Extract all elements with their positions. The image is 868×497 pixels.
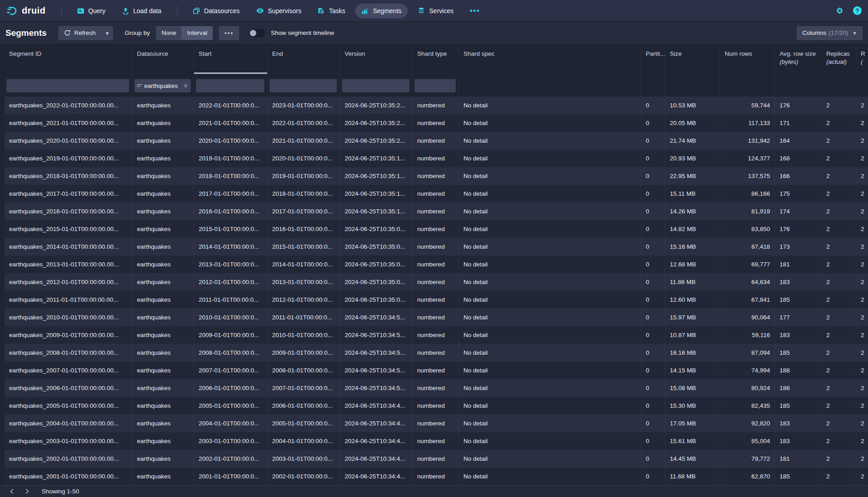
segment-row[interactable]: earthquakes_2018-01-01T00:00:00.00...ear… — [5, 167, 868, 185]
cell-datasource: earthquakes — [132, 167, 194, 185]
filter-cell-avg_row_size — [775, 75, 822, 97]
cell-size: 11.68 MB — [665, 468, 720, 485]
cell-end: 2021-01-01T00:00:0... — [268, 132, 340, 150]
cell-num_rows: 87,094 — [720, 344, 775, 362]
cell-end: 2002-01-01T00:00:0... — [268, 468, 340, 485]
segment-row[interactable]: earthquakes_2021-01-01T00:00:00.00...ear… — [5, 114, 868, 132]
cell-partition: 0 — [641, 415, 665, 432]
column-header-replication_factor[interactable]: R( — [856, 44, 868, 75]
segment-row[interactable]: earthquakes_2009-01-01T00:00:00.00...ear… — [5, 326, 868, 344]
cell-end: 2004-01-01T00:00:0... — [268, 432, 340, 450]
column-header-replicas[interactable]: Replicas(actual) — [822, 44, 856, 75]
segment-row[interactable]: earthquakes_2002-01-01T00:00:00.00...ear… — [5, 450, 868, 468]
cell-datasource: earthquakes — [132, 150, 194, 167]
cell-end: 2018-01-01T00:00:0... — [268, 185, 340, 203]
segment-row[interactable]: earthquakes_2017-01-01T00:00:00.00...ear… — [5, 185, 868, 203]
cell-end: 2019-01-01T00:00:0... — [268, 167, 340, 185]
nav-item-query[interactable]: Query — [71, 4, 112, 18]
refresh-button[interactable]: Refresh — [59, 26, 101, 40]
cell-end: 2017-01-01T00:00:0... — [268, 203, 340, 220]
column-header-shard_type[interactable]: Shard type — [413, 44, 459, 75]
column-header-version[interactable]: Version — [340, 44, 413, 75]
segment-row[interactable]: earthquakes_2007-01-01T00:00:00.00...ear… — [5, 362, 868, 379]
segment-row[interactable]: earthquakes_2012-01-01T00:00:00.00...ear… — [5, 273, 868, 291]
cell-size: 22.95 MB — [665, 167, 720, 185]
cell-size: 20.05 MB — [665, 114, 720, 132]
end-filter-input[interactable] — [269, 79, 337, 92]
column-header-datasource[interactable]: Datasource — [132, 44, 194, 75]
segment-row[interactable]: earthquakes_2015-01-01T00:00:00.00...ear… — [5, 220, 868, 238]
cell-avg_row_size: 175 — [775, 185, 822, 203]
help-icon[interactable]: ? — [853, 6, 862, 15]
cell-partition: 0 — [641, 326, 665, 344]
nav-item-datasources[interactable]: Datasources — [186, 4, 246, 18]
column-header-size[interactable]: Size — [665, 44, 720, 75]
segment-row[interactable]: earthquakes_2010-01-01T00:00:00.00...ear… — [5, 309, 868, 326]
segment-row[interactable]: earthquakes_2006-01-01T00:00:00.00...ear… — [5, 379, 868, 397]
filter-chip-close-icon[interactable]: ✕ — [183, 82, 188, 89]
segment-row[interactable]: earthquakes_2019-01-01T00:00:00.00...ear… — [5, 150, 868, 167]
cell-version: 2024-06-25T10:35:0... — [340, 273, 413, 291]
start-filter-input[interactable] — [196, 79, 264, 92]
column-header-avg_row_size[interactable]: Avg. row size(bytes) — [775, 44, 822, 75]
more-options-button[interactable]: ••• — [219, 26, 239, 40]
toggle-switch-icon — [249, 29, 265, 37]
segment-row[interactable]: earthquakes_2004-01-01T00:00:00.00...ear… — [5, 415, 868, 432]
segment-row[interactable]: earthquakes_2001-01-01T00:00:00.00...ear… — [5, 468, 868, 485]
cell-replicas: 2 — [822, 273, 856, 291]
column-header-shard_spec[interactable]: Shard spec — [459, 44, 641, 75]
column-header-partition[interactable]: Partit... — [641, 44, 665, 75]
segment-row[interactable]: earthquakes_2022-01-01T00:00:00.00...ear… — [5, 97, 868, 114]
segment-timeline-toggle[interactable]: Show segment timeline — [249, 29, 334, 37]
group-by-interval-button[interactable]: Interval — [182, 26, 213, 40]
cell-num_rows: 131,942 — [720, 132, 775, 150]
druid-logo[interactable]: druid — [6, 5, 46, 17]
column-header-id[interactable]: Segment ID — [5, 44, 132, 75]
filter-cell-id — [5, 75, 132, 97]
datasource-filter-chip[interactable]: earthquakes✕ — [134, 79, 191, 92]
nav-item-tasks[interactable]: Tasks — [311, 4, 351, 18]
datasources-icon — [193, 7, 200, 14]
segment-row[interactable]: earthquakes_2013-01-01T00:00:00.00...ear… — [5, 256, 868, 273]
cell-shard_type: numbered — [413, 238, 459, 256]
next-page-button[interactable] — [20, 486, 34, 497]
segment-row[interactable]: earthquakes_2020-01-01T00:00:00.00...ear… — [5, 132, 868, 150]
cell-datasource: earthquakes — [132, 114, 194, 132]
shard_type-filter-input[interactable] — [414, 79, 456, 92]
previous-page-button[interactable] — [5, 486, 20, 497]
nav-item-supervisors[interactable]: Supervisors — [250, 3, 308, 18]
cell-version: 2024-06-25T10:34:5... — [340, 362, 413, 379]
cell-replication_factor: 2 — [856, 132, 868, 150]
segment-row[interactable]: earthquakes_2016-01-01T00:00:00.00...ear… — [5, 203, 868, 220]
nav-item-segments[interactable]: Segments — [355, 4, 408, 18]
cell-avg_row_size: 166 — [775, 167, 822, 185]
segment-row[interactable]: earthquakes_2008-01-01T00:00:00.00...ear… — [5, 344, 868, 362]
cell-start: 2016-01-01T00:00:0... — [194, 203, 268, 220]
nav-item-label: Services — [429, 7, 454, 14]
cell-shard_spec: No detail — [459, 450, 641, 468]
column-sublabel: ( — [861, 58, 868, 66]
segment-row[interactable]: earthquakes_2003-01-01T00:00:00.00...ear… — [5, 432, 868, 450]
segment-row[interactable]: earthquakes_2005-01-01T00:00:00.00...ear… — [5, 397, 868, 415]
column-header-end[interactable]: End — [268, 44, 340, 75]
refresh-dropdown-button[interactable]: ▾ — [101, 26, 113, 40]
cell-replicas: 2 — [822, 326, 856, 344]
cell-partition: 0 — [641, 273, 665, 291]
column-header-start[interactable]: Start — [194, 44, 268, 75]
column-header-num_rows[interactable]: Num rows — [720, 44, 775, 75]
columns-dropdown-button[interactable]: Columns (17/20) ▼ — [797, 26, 863, 40]
segment-row[interactable]: earthquakes_2014-01-01T00:00:00.00...ear… — [5, 238, 868, 256]
cell-num_rows: 82,435 — [720, 397, 775, 415]
nav-item-services[interactable]: Services — [411, 4, 460, 18]
cell-replication_factor: 2 — [856, 167, 868, 185]
id-filter-input[interactable] — [6, 79, 129, 92]
version-filter-input[interactable] — [342, 79, 410, 92]
group-by-none-button[interactable]: None — [156, 26, 181, 40]
settings-gear-icon[interactable] — [835, 6, 844, 15]
cell-end: 2013-01-01T00:00:0... — [268, 273, 340, 291]
cell-version: 2024-06-25T10:35:2... — [340, 97, 413, 114]
nav-item-more[interactable]: ••• — [463, 3, 487, 19]
nav-item-load-data[interactable]: Load data — [116, 4, 168, 18]
segment-row[interactable]: earthquakes_2011-01-01T00:00:00.00...ear… — [5, 291, 868, 309]
cell-avg_row_size: 173 — [775, 238, 822, 256]
